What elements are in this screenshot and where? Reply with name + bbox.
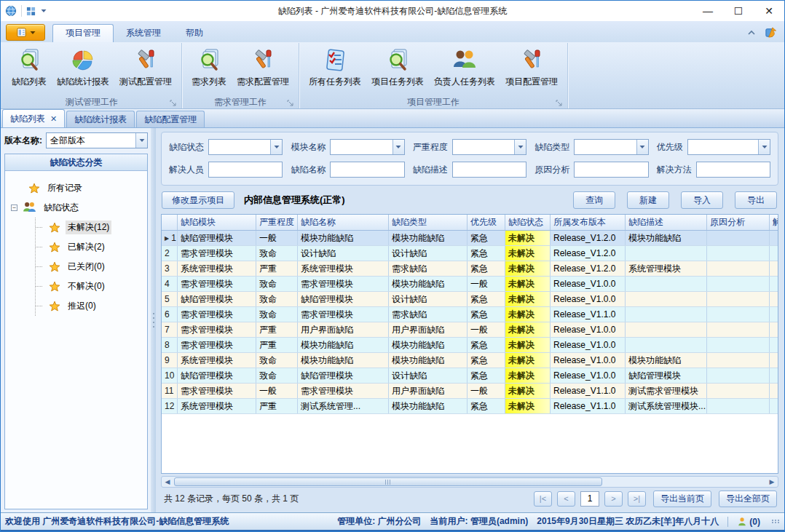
table-row[interactable]: 9系统管理模块致命模块功能缺陷模块功能缺陷紧急未解决Release_V1.0.0… xyxy=(162,353,778,368)
filter-field: 优先级 xyxy=(657,139,770,155)
ribbon-style-icon[interactable] xyxy=(765,26,777,39)
filter-select-缺陷状态[interactable] xyxy=(208,139,283,155)
filter-input-缺陷名称[interactable] xyxy=(330,162,404,178)
ribbon-button[interactable]: 所有任务列表 xyxy=(304,45,366,89)
grid-header-cell[interactable]: 缺陷类型 xyxy=(389,215,468,230)
chevron-down-icon[interactable] xyxy=(514,140,526,154)
close-icon[interactable]: ✕ xyxy=(50,115,57,123)
tree-item[interactable]: 未解决(12) xyxy=(36,218,144,237)
online-users[interactable]: (0) xyxy=(737,517,760,527)
grid-cell: 紧急 xyxy=(468,231,505,245)
chevron-down-icon[interactable] xyxy=(135,133,147,148)
ribbon-button[interactable]: 需求配置管理 xyxy=(232,45,294,89)
doc-tab-label: 缺陷列表 xyxy=(10,113,45,125)
table-row[interactable]: 5缺陷管理模块致命缺陷管理模块设计缺陷紧急未解决Release_V1.0.0 xyxy=(162,292,778,307)
table-row[interactable]: 10缺陷管理模块致命缺陷管理模块设计缺陷紧急未解决Release_V1.0.0缺… xyxy=(162,368,778,384)
dialog-launcher-icon[interactable] xyxy=(170,100,176,106)
scroll-left-icon[interactable]: ◀ xyxy=(162,477,173,486)
tree-item[interactable]: 不解决(0) xyxy=(36,277,144,296)
filter-select-缺陷类型[interactable] xyxy=(574,139,648,155)
grid-header-cell[interactable]: 所属发布版本 xyxy=(551,215,626,230)
ribbon-button[interactable]: 负责人任务列表 xyxy=(429,45,500,89)
table-row[interactable]: 6需求管理模块致命需求管理模块需求缺陷紧急未解决Release_V1.1.0 xyxy=(162,307,778,322)
last-page-button[interactable]: >| xyxy=(628,491,646,507)
resize-grip[interactable] xyxy=(772,520,780,523)
grid-header-cell[interactable]: 原因分析 xyxy=(707,215,770,230)
grid-header-cell[interactable]: 优先级 xyxy=(468,215,505,230)
table-row[interactable]: 12系统管理模块严重测试系统管理...模块功能缺陷紧急未解决Release_V1… xyxy=(162,399,778,414)
chevron-down-icon[interactable] xyxy=(636,140,648,154)
grid-header-cell[interactable]: 缺陷描述 xyxy=(626,215,707,230)
chevron-down-icon[interactable] xyxy=(41,9,47,13)
scrollbar-thumb[interactable] xyxy=(174,477,602,486)
filter-input-解决人员[interactable] xyxy=(208,162,283,178)
version-select[interactable]: 全部版本 xyxy=(46,132,148,148)
ribbon-button[interactable]: 缺陷列表 xyxy=(7,45,52,89)
chevron-down-icon[interactable] xyxy=(392,140,404,154)
row-number: 5 xyxy=(165,294,170,304)
export-current-page-button[interactable]: 导出当前页 xyxy=(653,491,711,507)
grid-header-cell[interactable]: 缺陷状态 xyxy=(505,215,551,230)
tree-item[interactable]: 已解决(2) xyxy=(36,237,144,257)
table-row[interactable]: 8需求管理模块严重模块功能缺陷模块功能缺陷紧急未解决Release_V1.0.0 xyxy=(162,338,778,353)
application-menu-button[interactable] xyxy=(6,24,45,41)
ribbon-tab-2[interactable]: 系统管理 xyxy=(114,24,173,42)
doc-tab-2[interactable]: 缺陷统计报表 xyxy=(66,111,135,127)
filter-input-缺陷描述[interactable] xyxy=(452,162,526,178)
filter-select-优先级[interactable] xyxy=(687,139,770,155)
collapse-ribbon-icon[interactable] xyxy=(747,28,756,37)
row-number: 6 xyxy=(165,309,170,319)
table-row[interactable]: 2需求管理模块致命设计缺陷设计缺陷紧急未解决Release_V1.2.0 xyxy=(162,246,778,261)
ribbon-button[interactable]: 项目配置管理 xyxy=(500,45,563,89)
doc-tab-1[interactable]: 缺陷列表✕ xyxy=(2,109,65,127)
grid-header-cell[interactable]: 解决方法 xyxy=(770,215,778,230)
filter-input-解决方法[interactable] xyxy=(696,162,770,178)
tree-item[interactable]: 所有记录 xyxy=(11,178,144,198)
ribbon-button[interactable]: 测试配置管理 xyxy=(114,45,177,89)
new-button[interactable]: 新建 xyxy=(627,191,669,209)
dialog-launcher-icon[interactable] xyxy=(556,100,562,106)
table-row[interactable]: 3系统管理模块严重系统管理模块需求缺陷紧急未解决Release_V1.2.0系统… xyxy=(162,261,778,277)
layout-grid-icon[interactable] xyxy=(26,7,36,16)
ribbon-tab-1[interactable]: 项目管理 xyxy=(52,24,114,42)
page-number-input[interactable] xyxy=(580,491,599,507)
prev-page-button[interactable]: < xyxy=(557,491,575,507)
chevron-down-icon[interactable] xyxy=(270,140,282,154)
tree-item[interactable]: 已关闭(0) xyxy=(36,257,144,277)
ribbon-button[interactable]: 缺陷统计报表 xyxy=(52,45,114,89)
chevron-down-icon[interactable] xyxy=(758,140,770,154)
modify-display-items-button[interactable]: 修改显示项目 xyxy=(162,191,234,209)
dialog-launcher-icon[interactable] xyxy=(287,100,293,106)
maximize-button[interactable]: ☐ xyxy=(723,1,754,21)
grid-header-cell[interactable]: 缺陷名称 xyxy=(298,215,389,230)
scroll-right-icon[interactable]: ▶ xyxy=(767,477,777,486)
export-button[interactable]: 导出 xyxy=(735,191,777,209)
splitter-handle[interactable] xyxy=(151,128,156,512)
table-row[interactable]: 11需求管理模块一般需求管理模块用户界面缺陷一般未解决Release_V1.1.… xyxy=(162,384,778,399)
query-button[interactable]: 查询 xyxy=(573,191,615,209)
next-page-button[interactable]: > xyxy=(604,491,623,507)
filter-select-严重程度[interactable] xyxy=(452,139,526,155)
import-button[interactable]: 导入 xyxy=(681,191,723,209)
table-row[interactable]: ▶1缺陷管理模块一般模块功能缺陷模块功能缺陷紧急未解决Release_V1.2.… xyxy=(162,231,778,246)
ribbon-tab-3[interactable]: 帮助 xyxy=(173,24,216,42)
grid-header-cell[interactable]: 严重程度 xyxy=(256,215,298,230)
first-page-button[interactable]: |< xyxy=(534,491,552,507)
ribbon-button[interactable]: 项目任务列表 xyxy=(366,45,429,89)
grid-header-cell[interactable]: 缺陷模块 xyxy=(178,215,256,230)
table-row[interactable]: 4需求管理模块致命需求管理模块模块功能缺陷一般未解决Release_V1.0.0 xyxy=(162,277,778,292)
minimize-button[interactable]: — xyxy=(693,1,723,21)
tree-item[interactable]: 推迟(0) xyxy=(36,296,144,316)
export-all-pages-button[interactable]: 导出全部页 xyxy=(719,491,777,507)
tree-item[interactable]: −缺陷状态 xyxy=(11,198,144,218)
grid-cell xyxy=(770,322,778,337)
horizontal-scrollbar[interactable]: ◀ ▶ xyxy=(161,476,778,488)
table-row[interactable]: 7需求管理模块严重用户界面缺陷用户界面缺陷一般未解决Release_V1.0.0 xyxy=(162,322,778,338)
scrollbar-track[interactable] xyxy=(173,477,767,486)
ribbon-button[interactable]: 需求列表 xyxy=(186,45,232,89)
close-button[interactable]: ✕ xyxy=(754,1,784,21)
doc-tab-3[interactable]: 缺陷配置管理 xyxy=(136,111,205,127)
filter-select-模块名称[interactable] xyxy=(330,139,404,155)
tree-collapse-icon[interactable]: − xyxy=(11,205,17,211)
filter-input-原因分析[interactable] xyxy=(574,162,648,178)
